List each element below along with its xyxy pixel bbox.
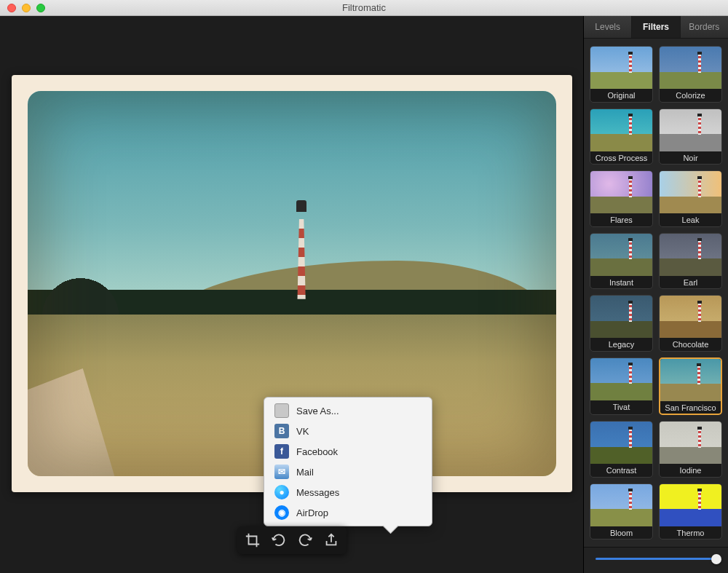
filter-thumbnail bbox=[590, 171, 652, 213]
share-icon bbox=[323, 532, 339, 548]
filter-colorize[interactable]: Colorize bbox=[659, 46, 722, 103]
filter-label: Cross Process bbox=[590, 151, 652, 164]
filter-legacy[interactable]: Legacy bbox=[590, 295, 653, 352]
redo-icon bbox=[297, 532, 313, 548]
traffic-lights bbox=[7, 4, 45, 12]
crop-icon bbox=[245, 532, 261, 548]
filter-label: Bloom bbox=[590, 526, 652, 539]
share-item-label: VK bbox=[296, 426, 309, 437]
filter-label: San Francisco bbox=[660, 401, 721, 414]
filter-thumbnail bbox=[590, 47, 652, 89]
filter-thermo[interactable]: Thermo bbox=[659, 483, 722, 540]
filter-thumbnail bbox=[590, 109, 652, 151]
mail-icon: ✉ bbox=[274, 465, 289, 479]
filter-label: Tivat bbox=[590, 400, 652, 413]
filter-label: Earl bbox=[660, 276, 721, 288]
filter-thumbnail bbox=[660, 171, 721, 213]
minimize-button[interactable] bbox=[22, 4, 31, 12]
filter-label: Noir bbox=[660, 151, 721, 164]
tab-filters[interactable]: Filters bbox=[632, 16, 680, 38]
toolbar bbox=[237, 526, 347, 554]
filter-instant[interactable]: Instant bbox=[590, 233, 653, 290]
vk-icon: B bbox=[274, 424, 289, 438]
filter-thumbnail bbox=[660, 234, 721, 276]
filter-cross-process[interactable]: Cross Process bbox=[590, 108, 653, 165]
share-menu: Save As...BVKfFacebook✉Mail●Messages◉Air… bbox=[264, 397, 432, 526]
filter-thumbnail bbox=[590, 358, 652, 400]
filter-thumbnail bbox=[590, 296, 652, 338]
share-item-label: Messages bbox=[296, 487, 339, 498]
filter-label: Flares bbox=[590, 213, 652, 226]
filter-thumbnail bbox=[660, 422, 721, 464]
share-item-msg[interactable]: ●Messages bbox=[264, 482, 432, 502]
filter-leak[interactable]: Leak bbox=[659, 170, 722, 227]
filters-grid[interactable]: OriginalColorizeCross ProcessNoirFlaresL… bbox=[584, 39, 728, 547]
share-item-fb[interactable]: fFacebook bbox=[264, 441, 432, 462]
share-item-mail[interactable]: ✉Mail bbox=[264, 462, 432, 482]
share-item-airdrop[interactable]: ◉AirDrop bbox=[264, 502, 432, 523]
tab-levels[interactable]: Levels bbox=[584, 16, 632, 38]
filter-thumbnail bbox=[590, 422, 652, 464]
filter-thumbnail bbox=[660, 47, 721, 89]
maximize-button[interactable] bbox=[36, 4, 45, 12]
filter-bloom[interactable]: Bloom bbox=[590, 483, 653, 540]
intensity-slider[interactable] bbox=[596, 558, 716, 560]
share-item-label: Save As... bbox=[296, 406, 339, 416]
filter-label: Original bbox=[590, 89, 652, 101]
titlebar: Filtromatic bbox=[0, 0, 728, 16]
filter-label: Chocolate bbox=[660, 338, 721, 350]
filter-flares[interactable]: Flares bbox=[590, 170, 653, 227]
filter-san-francisco[interactable]: San Francisco bbox=[659, 357, 722, 416]
filter-contrast[interactable]: Contrast bbox=[590, 421, 653, 478]
filter-noir[interactable]: Noir bbox=[659, 108, 722, 165]
crop-button[interactable] bbox=[243, 531, 262, 550]
filter-thumbnail bbox=[590, 484, 652, 526]
filter-thumbnail bbox=[660, 359, 721, 401]
filter-thumbnail bbox=[660, 296, 721, 338]
canvas-area: Save As...BVKfFacebook✉Mail●Messages◉Air… bbox=[0, 16, 583, 573]
window-title: Filtromatic bbox=[0, 2, 728, 13]
close-button[interactable] bbox=[7, 4, 16, 12]
filter-thumbnail bbox=[660, 109, 721, 151]
share-item-saveas[interactable]: Save As... bbox=[264, 400, 432, 421]
share-item-label: AirDrop bbox=[296, 507, 328, 518]
filter-chocolate[interactable]: Chocolate bbox=[659, 295, 722, 352]
undo-icon bbox=[271, 532, 287, 548]
filter-label: Iodine bbox=[660, 464, 721, 476]
filter-label: Legacy bbox=[590, 338, 652, 350]
share-button[interactable] bbox=[322, 531, 341, 550]
filter-label: Colorize bbox=[660, 89, 721, 101]
undo-button[interactable] bbox=[269, 531, 288, 550]
filter-label: Instant bbox=[590, 276, 652, 288]
filter-label: Leak bbox=[660, 213, 721, 226]
intensity-slider-area bbox=[584, 547, 728, 573]
filter-iodine[interactable]: Iodine bbox=[659, 421, 722, 478]
share-item-vk[interactable]: BVK bbox=[264, 421, 432, 441]
saveas-icon bbox=[274, 403, 289, 418]
sidebar: LevelsFiltersBorders OriginalColorizeCro… bbox=[583, 16, 728, 573]
slider-thumb[interactable] bbox=[711, 554, 721, 564]
sidebar-tabs: LevelsFiltersBorders bbox=[584, 16, 728, 39]
tab-borders[interactable]: Borders bbox=[681, 16, 728, 38]
filter-earl[interactable]: Earl bbox=[659, 233, 722, 290]
filter-thumbnail bbox=[590, 234, 652, 276]
filter-label: Thermo bbox=[660, 526, 721, 539]
share-item-label: Mail bbox=[296, 467, 314, 478]
share-item-label: Facebook bbox=[296, 446, 338, 457]
fb-icon: f bbox=[274, 444, 289, 459]
airdrop-icon: ◉ bbox=[274, 505, 289, 520]
msg-icon: ● bbox=[274, 485, 289, 499]
redo-button[interactable] bbox=[296, 531, 314, 550]
filter-tivat[interactable]: Tivat bbox=[590, 357, 653, 416]
filter-label: Contrast bbox=[590, 464, 652, 476]
filter-original[interactable]: Original bbox=[590, 46, 653, 103]
filter-thumbnail bbox=[660, 484, 721, 526]
